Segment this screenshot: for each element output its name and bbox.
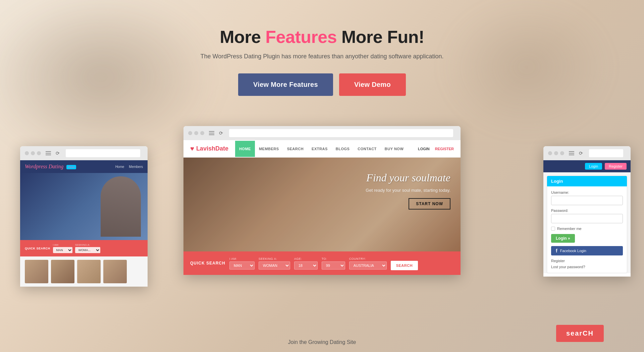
right-register-button[interactable]: Register: [605, 163, 627, 170]
member-thumb-2: [51, 260, 74, 283]
username-input[interactable]: [551, 196, 623, 205]
hero-subtitle: The WordPress Dating Plugin has more fea…: [0, 53, 644, 60]
start-now-button[interactable]: START NOW: [409, 198, 450, 210]
hero-title-prefix: More: [220, 27, 265, 47]
lavish-qs-iam-select[interactable]: MAN: [229, 261, 255, 270]
menu-line-main: [209, 134, 214, 135]
menu-line-right: [569, 153, 574, 154]
facebook-login-button[interactable]: f Facebook Login: [551, 246, 623, 255]
lavish-nav-right: LOGIN REGISTER: [418, 147, 454, 151]
username-label: Username:: [551, 190, 623, 194]
nav-item-home[interactable]: HOME: [235, 141, 255, 157]
nav-item-search[interactable]: SEARCH: [283, 141, 308, 157]
nav-item-extras[interactable]: EXTRAS: [308, 141, 332, 157]
dot-2: [31, 151, 35, 155]
hero-section: More Features More Fun! The WordPress Da…: [0, 0, 644, 126]
browser-url-bar-left: [66, 149, 140, 157]
lavish-qs-age-select[interactable]: 18: [294, 261, 318, 270]
browser-refresh-main: ⟳: [219, 130, 223, 136]
wp-logo-wordpress: Wordpress: [25, 164, 47, 169]
lavish-qs-label: QUICK SEARCH: [190, 261, 225, 266]
wp-logo-text: Wordpress Dating Demo: [25, 164, 76, 169]
browser-menu-icon-right: [569, 151, 574, 155]
browser-url-bar-main: [229, 129, 453, 137]
view-demo-button[interactable]: View Demo: [339, 73, 406, 96]
nav-register-link[interactable]: REGISTER: [435, 147, 454, 151]
nav-login-link[interactable]: LOGIN: [418, 147, 430, 151]
wp-logo-dating: Dating: [49, 164, 63, 169]
wp-site: Wordpress Dating Demo Home Members: [20, 160, 148, 287]
wp-demo-badge: Demo: [66, 165, 76, 169]
wp-nav: Wordpress Dating Demo Home Members: [20, 160, 148, 173]
login-box: Login Username: Password: Remember me Lo…: [547, 176, 627, 273]
hero-title: More Features More Fun!: [0, 27, 644, 47]
dot-right-1: [548, 151, 552, 155]
wp-qs-iam-select[interactable]: MAN: [53, 247, 72, 253]
login-submit-button[interactable]: Login »: [551, 234, 575, 243]
lavish-qs-country: COUNTRY: AUSTRALIA: [349, 257, 387, 270]
right-login-button[interactable]: Login: [585, 163, 602, 170]
wp-qs-seeking-select[interactable]: WOMA...: [75, 247, 100, 253]
lavish-hero: Find your soulmate Get ready for your so…: [183, 158, 461, 251]
browser-refresh-right: ⟳: [579, 151, 583, 156]
right-nav: Login Register: [543, 160, 631, 172]
view-features-button[interactable]: View More Features: [238, 73, 333, 96]
lavish-text2: Date: [215, 145, 228, 152]
screenshots-area: ⟳ Wordpress Dating Demo Home Members: [0, 126, 644, 300]
lavish-hero-sub: Get ready for your soul mate, starting t…: [366, 188, 450, 193]
fb-login-text: Facebook Login: [560, 249, 586, 253]
lavish-logo: ♥ LavishDate: [190, 145, 228, 153]
dot-3: [37, 151, 41, 155]
wp-hero-image: [20, 173, 148, 240]
lavish-hero-text: Find your soulmate Get ready for your so…: [366, 171, 450, 210]
nav-item-buynow[interactable]: BUY NOW: [381, 141, 408, 157]
browser-right: ⟳ Login Register Login Username: Passwor…: [543, 146, 631, 277]
lavish-qs-to-select[interactable]: 99: [322, 261, 345, 270]
lavish-qs-iam: I AM: MAN: [229, 257, 255, 270]
dot-right-3: [560, 151, 564, 155]
wp-person-silhouette: [101, 176, 141, 237]
menu-line: [46, 151, 51, 152]
wp-qs-field-seeking: SEEKING A: WOMA...: [75, 243, 100, 253]
cta-buttons: View More Features View Demo: [0, 73, 644, 96]
browser-dots-right: [548, 151, 564, 155]
join-text: Join the Growing Dating Site: [288, 339, 356, 345]
browser-menu-icon-main: [209, 131, 214, 135]
browser-dots-main: [188, 131, 204, 135]
password-label: Password:: [551, 209, 623, 213]
lavish-nav: ♥ LavishDate HOME MEMBERS SEARCH EXTRAS …: [183, 140, 461, 158]
search-widget-button[interactable]: searCH: [556, 325, 604, 342]
wp-nav-home[interactable]: Home: [115, 165, 124, 169]
hero-title-suffix: More Fun!: [337, 27, 424, 47]
menu-line: [46, 153, 51, 154]
lavish-qs-country-select[interactable]: AUSTRALIA: [349, 261, 387, 270]
lavish-qs-seeking: SEEKING A: WOMAN: [259, 257, 290, 270]
lavish-tagline: Find your soulmate: [366, 171, 450, 185]
lost-password-link[interactable]: Lost your password?: [551, 265, 623, 269]
browser-chrome-left: ⟳: [20, 146, 148, 160]
lavish-qs-seeking-select[interactable]: WOMAN: [259, 261, 290, 270]
browser-menu-icon-left: [46, 151, 51, 155]
lavish-qs-age-label: AGE:: [294, 257, 318, 260]
lavish-qs-country-label: COUNTRY:: [349, 257, 387, 260]
login-box-header: Login: [547, 176, 627, 186]
nav-item-contact[interactable]: CONTACT: [354, 141, 380, 157]
menu-line-right: [569, 151, 574, 152]
password-input[interactable]: [551, 214, 623, 223]
wp-qs-label: QUICK SEARCH: [25, 247, 50, 250]
wp-logo: Wordpress Dating Demo: [25, 164, 76, 170]
browser-refresh-left: ⟳: [56, 151, 60, 156]
nav-item-blogs[interactable]: BLOGS: [332, 141, 354, 157]
nav-item-members[interactable]: MEMBERS: [255, 141, 283, 157]
member-thumb-3: [77, 260, 101, 283]
wp-qs-field-iam: I AM: MAN: [53, 243, 72, 253]
register-link[interactable]: Register: [551, 259, 623, 263]
lavish-qs-iam-label: I AM:: [229, 257, 255, 260]
remember-checkbox[interactable]: [551, 227, 555, 231]
wp-nav-members[interactable]: Members: [129, 165, 143, 169]
dot-right-2: [554, 151, 558, 155]
dot-main-2: [194, 131, 198, 135]
lavish-qs-search-button[interactable]: SEARCH: [391, 261, 418, 270]
dot-main-1: [188, 131, 192, 135]
browser-chrome-right: ⟳: [543, 146, 631, 160]
